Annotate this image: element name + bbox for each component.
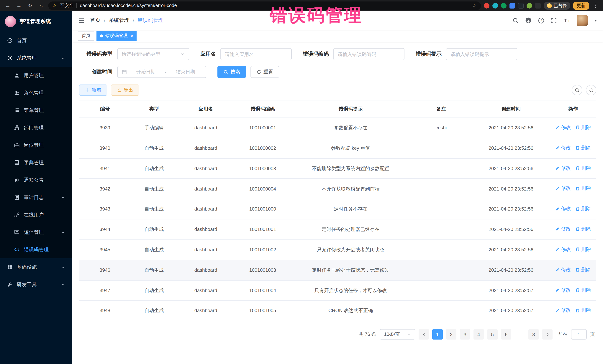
extension-icon[interactable] — [492, 3, 498, 8]
search-button[interactable]: 搜索 — [218, 66, 246, 78]
extension-icon[interactable] — [527, 3, 532, 8]
show-search-toggle-button[interactable] — [572, 85, 582, 95]
refresh-table-button[interactable] — [586, 85, 596, 95]
extension-icon[interactable] — [510, 3, 515, 8]
sidebar-item-audit-log[interactable]: 审计日志 — [0, 189, 72, 206]
table-row[interactable]: 3944 自动生成 dashboard 1001001001 定时任务的处理器已… — [79, 219, 596, 240]
sidebar-item-dict-management[interactable]: 字典管理 — [0, 154, 72, 171]
pager-page-3[interactable]: 3 — [460, 329, 470, 340]
breadcrumb-home[interactable]: 首页 — [90, 17, 101, 24]
sidebar-item-online-users[interactable]: 在线用户 — [0, 206, 72, 223]
table-row[interactable]: 3947 自动生成 dashboard 1001001004 只有开启状态的任务… — [79, 280, 596, 301]
delete-link[interactable]: 删除 — [575, 246, 591, 253]
next-page-button[interactable] — [542, 329, 553, 340]
delete-link[interactable]: 删除 — [575, 124, 591, 131]
edit-link[interactable]: 修改 — [555, 144, 571, 151]
delete-link[interactable]: 删除 — [575, 144, 591, 151]
delete-link[interactable]: 删除 — [575, 206, 591, 212]
extension-icon[interactable] — [501, 3, 507, 8]
pager-page-4[interactable]: 4 — [474, 329, 484, 340]
edit-link[interactable]: 修改 — [555, 246, 571, 253]
delete-link[interactable]: 删除 — [575, 287, 591, 293]
sidebar-item-system-management[interactable]: 系统管理 — [0, 49, 72, 67]
delete-link[interactable]: 删除 — [575, 226, 591, 232]
edit-link[interactable]: 修改 — [555, 185, 571, 192]
sidebar-item-post-management[interactable]: 岗位管理 — [0, 136, 72, 154]
edit-label: 修改 — [561, 144, 571, 151]
update-button[interactable]: 更新 — [573, 2, 589, 10]
date-range-picker[interactable]: 开始日期 - 结束日期 — [117, 66, 206, 78]
tab-error-code-management[interactable]: 错误码管理 × — [96, 31, 137, 41]
sidebar-item-infrastructure[interactable]: 基础设施 — [0, 258, 72, 276]
caret-down-icon[interactable] — [594, 20, 597, 21]
search-icon[interactable] — [512, 17, 519, 23]
error-code-input[interactable] — [333, 48, 405, 60]
sidebar-item-department-management[interactable]: 部门管理 — [0, 119, 72, 136]
sidebar-item-sms-management[interactable]: 短信管理 — [0, 223, 72, 241]
delete-link[interactable]: 删除 — [575, 165, 591, 171]
page-size-select[interactable]: 10条/页 — [380, 329, 415, 340]
app-name-input[interactable] — [220, 48, 292, 60]
table-row[interactable]: 3946 自动生成 dashboard 1001001003 定时任务已经处于该… — [79, 260, 596, 280]
error-hint-input[interactable] — [446, 48, 517, 60]
sidebar-item-user-management[interactable]: 用户管理 — [0, 67, 72, 84]
table-row[interactable]: 3941 自动生成 dashboard 1001000003 不能删除类型为系统… — [79, 158, 596, 179]
logo[interactable]: 芋道管理系统 — [0, 11, 72, 32]
cell-hint: 不能删除类型为系统内置的参数配置 — [291, 158, 410, 179]
address-bar[interactable]: ⚠ 不安全 dashboard.yudao.iocoder.cn/system/… — [48, 1, 481, 10]
error-type-select[interactable]: 请选择错误码类型 — [117, 48, 189, 60]
reset-button[interactable]: 重置 — [251, 66, 279, 78]
bookmark-star-icon[interactable]: ☆ — [472, 3, 476, 8]
add-button[interactable]: 新增 — [79, 85, 107, 96]
prev-page-button[interactable] — [418, 329, 429, 340]
table-row[interactable]: 3948 自动生成 dashboard 1001001005 CRON 表达式不… — [79, 301, 596, 321]
delete-label: 删除 — [581, 226, 591, 232]
edit-link[interactable]: 修改 — [555, 165, 571, 171]
table-row[interactable]: 3943 自动生成 dashboard 1001001000 定时任务不存在 2… — [79, 199, 596, 220]
edit-link[interactable]: 修改 — [555, 266, 571, 273]
sidebar-item-role-management[interactable]: 角色管理 — [0, 84, 72, 101]
extension-icon[interactable] — [518, 3, 524, 8]
pager-page-8[interactable]: 8 — [528, 329, 539, 340]
pager-page-2[interactable]: 2 — [446, 329, 456, 340]
export-button[interactable]: 导出 — [111, 85, 139, 96]
sidebar-item-menu-management[interactable]: 菜单管理 — [0, 101, 72, 119]
paused-pill[interactable]: 已暂停 — [544, 2, 570, 10]
delete-link[interactable]: 删除 — [575, 307, 591, 314]
sidebar-item-notice[interactable]: 通知公告 — [0, 171, 72, 189]
reload-icon[interactable]: ↻ — [26, 3, 34, 9]
forward-icon[interactable]: → — [15, 3, 23, 9]
breadcrumb-system[interactable]: 系统管理 — [109, 17, 129, 24]
font-size-icon[interactable]: TT — [563, 17, 570, 23]
sidebar-item-error-code-management[interactable]: 错误码管理 — [0, 241, 72, 258]
sidebar-item-dev-tools[interactable]: 研发工具 — [0, 276, 72, 293]
tab-home[interactable]: 首页 — [78, 31, 94, 41]
back-icon[interactable]: ← — [4, 3, 12, 9]
close-icon[interactable]: × — [131, 33, 133, 38]
pager-page-5[interactable]: 5 — [487, 329, 498, 340]
table-row[interactable]: 3945 自动生成 dashboard 1001001002 只允许修改为开启或… — [79, 240, 596, 260]
table-row[interactable]: 3940 自动生成 dashboard 1001000002 参数配置 key … — [79, 138, 596, 158]
home-icon[interactable]: ⌂ — [37, 3, 45, 9]
goto-page-input[interactable] — [571, 329, 587, 340]
github-icon[interactable] — [525, 17, 532, 24]
puzzle-extension-icon[interactable] — [535, 3, 541, 8]
edit-link[interactable]: 修改 — [555, 307, 571, 314]
hamburger-icon[interactable] — [78, 17, 85, 23]
delete-link[interactable]: 删除 — [575, 266, 591, 273]
delete-link[interactable]: 删除 — [575, 185, 591, 192]
fullscreen-icon[interactable] — [551, 17, 557, 23]
table-row[interactable]: 3939 手动编辑 dashboard 1001000001 参数配置不存在 c… — [79, 118, 596, 138]
pager-page-6[interactable]: 6 — [501, 329, 511, 340]
help-icon[interactable]: ? — [538, 17, 544, 23]
user-avatar[interactable] — [577, 15, 588, 26]
edit-link[interactable]: 修改 — [555, 287, 571, 293]
browser-menu-icon[interactable]: ⋮ — [592, 3, 599, 9]
edit-link[interactable]: 修改 — [555, 206, 571, 212]
edit-link[interactable]: 修改 — [555, 226, 571, 232]
extension-icon[interactable] — [484, 3, 489, 8]
table-row[interactable]: 3942 自动生成 dashboard 1001000004 不允许获取敏感配置… — [79, 179, 596, 199]
edit-link[interactable]: 修改 — [555, 124, 571, 131]
pager-page-1[interactable]: 1 — [432, 329, 443, 340]
sidebar-item-home[interactable]: 首页 — [0, 32, 72, 49]
